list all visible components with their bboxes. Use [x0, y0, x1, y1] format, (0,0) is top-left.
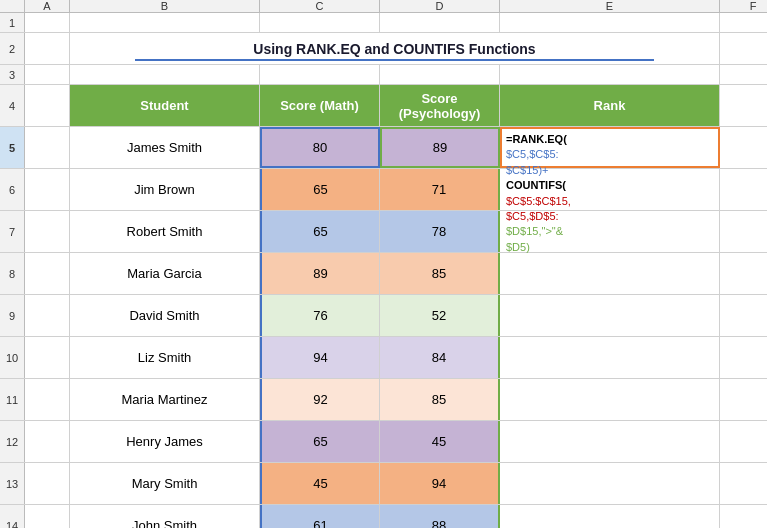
- cell-c10-math[interactable]: 94: [260, 337, 380, 378]
- cell-a7[interactable]: [25, 211, 70, 252]
- cell-d11-psych[interactable]: 85: [380, 379, 500, 420]
- cell-c13-math[interactable]: 45: [260, 463, 380, 504]
- title-underline: [135, 59, 654, 61]
- cell-d1[interactable]: [380, 13, 500, 32]
- cell-d14-psych[interactable]: 88: [380, 505, 500, 528]
- row-13: 13 Mary Smith 45 94: [0, 463, 767, 505]
- cell-c7-math[interactable]: 65: [260, 211, 380, 252]
- cell-e12[interactable]: [500, 421, 720, 462]
- cell-b10-name[interactable]: Liz Smith: [70, 337, 260, 378]
- cell-b7-name[interactable]: Robert Smith: [70, 211, 260, 252]
- cell-e13[interactable]: [500, 463, 720, 504]
- cell-f11[interactable]: [720, 379, 767, 420]
- cell-a3[interactable]: [25, 65, 70, 84]
- cell-b8-name[interactable]: Maria Garcia: [70, 253, 260, 294]
- row-num-7: 7: [0, 211, 25, 252]
- cell-a6[interactable]: [25, 169, 70, 210]
- cell-f12[interactable]: [720, 421, 767, 462]
- cell-c11-math[interactable]: 92: [260, 379, 380, 420]
- cell-c8-math[interactable]: 89: [260, 253, 380, 294]
- cell-d6-psych[interactable]: 71: [380, 169, 500, 210]
- cell-a1[interactable]: [25, 13, 70, 32]
- row-num-1: 1: [0, 13, 25, 32]
- cell-d5-psych[interactable]: 89: [380, 127, 500, 168]
- row-num-4: 4: [0, 85, 25, 126]
- row-10: 10 Liz Smith 94 84: [0, 337, 767, 379]
- cell-f6[interactable]: [720, 169, 767, 210]
- cell-f13[interactable]: [720, 463, 767, 504]
- cell-f5[interactable]: [720, 127, 767, 168]
- row-num-13: 13: [0, 463, 25, 504]
- cell-f10[interactable]: [720, 337, 767, 378]
- col-header-c[interactable]: C: [260, 0, 380, 12]
- cell-a5[interactable]: [25, 127, 70, 168]
- cell-a9[interactable]: [25, 295, 70, 336]
- cell-a2[interactable]: [25, 33, 70, 64]
- cell-a12[interactable]: [25, 421, 70, 462]
- row-num-14: 14: [0, 505, 25, 528]
- row-9: 9 David Smith 76 52: [0, 295, 767, 337]
- formula-part1: =RANK.EQ(: [506, 133, 567, 145]
- cell-b3[interactable]: [70, 65, 260, 84]
- cell-e5-formula[interactable]: =RANK.EQ( $C5,$C$5: $C$15)+ COUNTIFS( $C…: [500, 127, 720, 168]
- cell-d3[interactable]: [380, 65, 500, 84]
- row-num-9: 9: [0, 295, 25, 336]
- cell-f3[interactable]: [720, 65, 767, 84]
- row-num-3: 3: [0, 65, 25, 84]
- cell-d13-psych[interactable]: 94: [380, 463, 500, 504]
- cell-d12-psych[interactable]: 45: [380, 421, 500, 462]
- cell-e14[interactable]: [500, 505, 720, 528]
- cell-e9[interactable]: [500, 295, 720, 336]
- cell-d10-psych[interactable]: 84: [380, 337, 500, 378]
- cell-c3[interactable]: [260, 65, 380, 84]
- cell-e1[interactable]: [500, 13, 720, 32]
- row-12: 12 Henry James 65 45: [0, 421, 767, 463]
- cell-a11[interactable]: [25, 379, 70, 420]
- cell-a8[interactable]: [25, 253, 70, 294]
- col-header-d[interactable]: D: [380, 0, 500, 12]
- formula-part4: COUNTIFS(: [506, 179, 566, 191]
- cell-a10[interactable]: [25, 337, 70, 378]
- cell-b12-name[interactable]: Henry James: [70, 421, 260, 462]
- cell-f8[interactable]: [720, 253, 767, 294]
- cell-a13[interactable]: [25, 463, 70, 504]
- cell-c14-math[interactable]: 61: [260, 505, 380, 528]
- cell-f1[interactable]: [720, 13, 767, 32]
- cell-b13-name[interactable]: Mary Smith: [70, 463, 260, 504]
- row-num-5: 5: [0, 127, 25, 168]
- cell-e11[interactable]: [500, 379, 720, 420]
- cell-f2[interactable]: [720, 33, 767, 64]
- cell-c5-math[interactable]: 80: [260, 127, 380, 168]
- col-header-f[interactable]: F: [720, 0, 767, 12]
- col-header-a[interactable]: A: [25, 0, 70, 12]
- formula-part8: $D5): [506, 241, 530, 253]
- cell-b1[interactable]: [70, 13, 260, 32]
- cell-b5-name[interactable]: James Smith: [70, 127, 260, 168]
- cell-b11-name[interactable]: Maria Martinez: [70, 379, 260, 420]
- col-header-e[interactable]: E: [500, 0, 720, 12]
- cell-f7[interactable]: [720, 211, 767, 252]
- cell-d8-psych[interactable]: 85: [380, 253, 500, 294]
- spreadsheet: A B C D E F 1 2 Using RANK.EQ and COUNTI…: [0, 0, 767, 528]
- cell-f4[interactable]: [720, 85, 767, 126]
- row-num-2: 2: [0, 33, 25, 64]
- cell-b14-name[interactable]: John Smith: [70, 505, 260, 528]
- cell-d7-psych[interactable]: 78: [380, 211, 500, 252]
- cell-f14[interactable]: [720, 505, 767, 528]
- col-header-b[interactable]: B: [70, 0, 260, 12]
- header-score-math: Score (Math): [260, 85, 380, 126]
- cell-e3[interactable]: [500, 65, 720, 84]
- cell-c6-math[interactable]: 65: [260, 169, 380, 210]
- cell-d9-psych[interactable]: 52: [380, 295, 500, 336]
- cell-a4[interactable]: [25, 85, 70, 126]
- row-num-12: 12: [0, 421, 25, 462]
- cell-c1[interactable]: [260, 13, 380, 32]
- cell-b6-name[interactable]: Jim Brown: [70, 169, 260, 210]
- cell-c9-math[interactable]: 76: [260, 295, 380, 336]
- cell-e8[interactable]: [500, 253, 720, 294]
- cell-b9-name[interactable]: David Smith: [70, 295, 260, 336]
- cell-f9[interactable]: [720, 295, 767, 336]
- cell-a14[interactable]: [25, 505, 70, 528]
- cell-e10[interactable]: [500, 337, 720, 378]
- cell-c12-math[interactable]: 65: [260, 421, 380, 462]
